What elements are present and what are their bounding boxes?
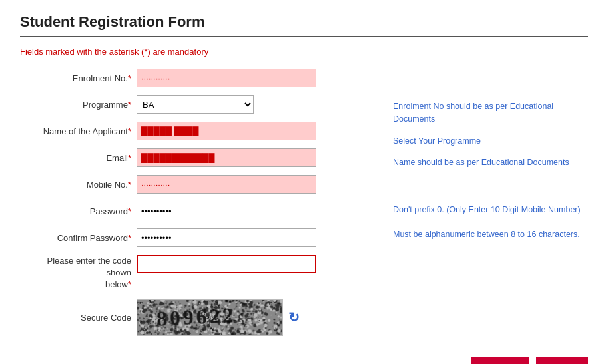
enrolment-hint: Enrolment No should be as per Educationa… — [393, 100, 588, 126]
page-title: Student Registration Form — [20, 13, 588, 37]
enrolment-label: Enrolment No.* — [20, 73, 137, 83]
captcha-image — [137, 299, 283, 336]
mobile-label: Mobile No.* — [20, 180, 137, 190]
password-input[interactable] — [137, 202, 316, 220]
captcha-label: Please enter the code shown below* — [20, 255, 137, 291]
email-label: Email* — [20, 153, 137, 163]
programme-label: Programme* — [20, 100, 137, 110]
password-hint: Must be alphanumeric between 8 to 16 cha… — [393, 228, 588, 241]
secure-code-label: Secure Code — [20, 313, 137, 323]
email-input[interactable] — [137, 148, 316, 167]
enrolment-input[interactable] — [137, 69, 316, 87]
name-hint: Name should be as per Educational Docume… — [393, 156, 588, 169]
confirm-password-input[interactable] — [137, 228, 316, 247]
password-label: Password* — [20, 206, 137, 216]
mobile-input[interactable] — [137, 175, 316, 194]
mobile-hint: Don't prefix 0. (Only Enter 10 Digit Mob… — [393, 204, 588, 216]
name-label: Name of the Applicant* — [20, 126, 137, 136]
name-input[interactable] — [137, 122, 316, 140]
programme-select[interactable]: BA B.Com B.Sc MA M.Com M.Sc — [137, 95, 254, 114]
reset-button[interactable]: Reset — [536, 357, 588, 364]
mandatory-note: Fields marked with the asterisk (*) are … — [20, 47, 588, 57]
submit-button[interactable]: Submit — [471, 357, 529, 364]
programme-hint: Select Your Programme — [393, 135, 588, 148]
captcha-input[interactable]: 809622 — [137, 255, 316, 273]
confirm-password-label: Confirm Password* — [20, 233, 137, 243]
refresh-captcha-button[interactable]: ↻ — [288, 309, 300, 325]
